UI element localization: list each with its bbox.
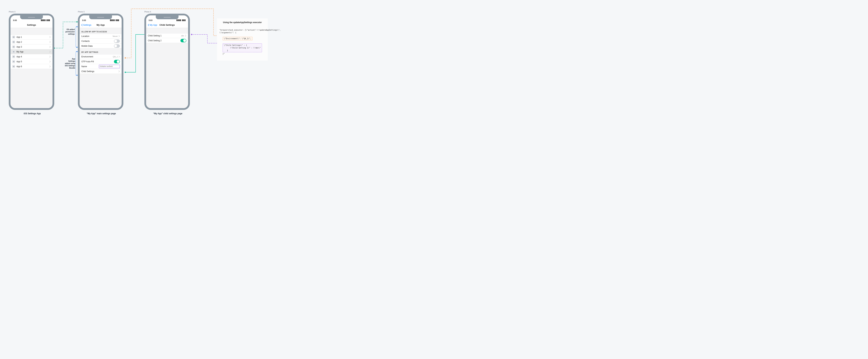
code-tail: }" (219, 53, 225, 55)
clock: 3:03 (82, 19, 86, 21)
svg-point-21 (13, 56, 14, 57)
svg-rect-14 (13, 41, 14, 42)
app-row-2[interactable]: App 2 (10, 39, 53, 44)
svg-point-3 (76, 47, 78, 48)
back-button[interactable]: Settings (81, 24, 91, 26)
code-panel: Using the updateAppSettings executor "br… (217, 19, 268, 61)
chevron-right-icon (119, 56, 120, 58)
caption-phone-1: iOS Settings App (24, 112, 41, 115)
app-icon (12, 60, 15, 63)
svg-point-1 (76, 21, 78, 23)
phone-2-frame: 3:03 ▮▮▮▮ ▮▮▮ Settings My App ALLOW MY A… (78, 14, 123, 110)
app-icon (12, 36, 15, 38)
location-label: Location (82, 35, 113, 37)
status-icons: ▮▮▮▮ ▮▮▮ (177, 19, 186, 21)
childsetting2-row[interactable]: Child Setting 2 (146, 38, 188, 43)
chevron-left-icon (148, 24, 149, 26)
environment-row[interactable]: Environment QA_1 (80, 54, 122, 59)
app-label: App 3 (17, 46, 49, 48)
nav-title: My App (97, 24, 105, 26)
caption-phone-2: “My App” main settings page (87, 112, 116, 115)
chevron-right-icon (119, 70, 120, 72)
signal-icon: ▮▮▮▮ (41, 19, 46, 21)
clock: 3:03 (13, 19, 17, 21)
signal-icon: ▮▮▮▮ (110, 19, 115, 21)
chevron-right-icon (49, 56, 51, 58)
contacts-toggle[interactable] (114, 39, 120, 43)
app-label: App 5 (17, 60, 49, 63)
svg-point-8 (125, 57, 126, 59)
section-app-settings: MY APP SETTINGS (80, 48, 122, 54)
mobiledata-row[interactable]: Mobile Data (80, 43, 122, 48)
chevron-right-icon (49, 46, 51, 48)
app-row-myapp[interactable]: My App (10, 49, 53, 54)
childsetting1-value: abc (181, 35, 184, 37)
code-title: Using the updateAppSettings executor (219, 21, 265, 24)
svg-point-2 (76, 26, 78, 27)
app-icon (12, 41, 15, 43)
otp-label: OTP Auto-Fill (82, 60, 114, 63)
childsetting1-row[interactable]: Child Setting 1 abc (146, 33, 188, 38)
name-row[interactable]: Name (80, 64, 122, 69)
childsettings-label: Child Settings (82, 70, 119, 73)
childsetting2-label: Child Setting 2 (148, 39, 180, 42)
chevron-left-icon (81, 24, 83, 26)
app-row-4[interactable]: App 4 (10, 54, 53, 59)
app-label: My App (17, 51, 49, 53)
svg-point-6 (125, 72, 126, 73)
phone-3-frame: 3:03 ▮▮▮▮ ▮▮▮ My App Child Settings Chil… (144, 14, 190, 110)
svg-rect-12 (13, 37, 14, 38)
location-row[interactable]: Location Never (80, 34, 122, 39)
device-label-1: Phone X (9, 11, 16, 13)
location-value: Never (113, 35, 118, 37)
mobiledata-label: Mobile Data (82, 45, 114, 47)
svg-point-10 (191, 34, 192, 35)
caption-phone-3: “My App” child settings page (153, 112, 182, 115)
section-allow-access: ALLOW MY APP TO ACCESS (80, 28, 122, 34)
back-button[interactable]: My App (148, 24, 157, 26)
code-child-highlight: \"Child Settings\" : { \"Child Setting 1… (223, 43, 262, 52)
name-label: Name (82, 65, 99, 68)
mobiledata-toggle[interactable] (114, 44, 120, 48)
chevron-right-icon (49, 51, 51, 53)
app-icon (12, 65, 15, 68)
app-row-3[interactable]: App 3 (10, 44, 53, 49)
app-icon (12, 45, 15, 48)
back-label: Settings (83, 24, 91, 26)
code-line-1: "browserstack_executor: {\"action\":\"up… (219, 29, 281, 31)
contacts-row[interactable]: Contacts (80, 39, 122, 43)
back-label: My App (150, 24, 157, 26)
nav-title: Settings (27, 24, 36, 26)
app-row-1[interactable]: App 1 (10, 35, 53, 39)
app-label: App 4 (17, 56, 49, 58)
environment-label: Environment (82, 56, 113, 58)
name-input[interactable] (99, 65, 120, 68)
svg-point-25 (13, 66, 14, 66)
environment-value: QA_1 (113, 56, 118, 58)
svg-point-15 (13, 42, 14, 42)
app-row-6[interactable]: App 6 (10, 64, 53, 69)
device-label-3: Phone X (144, 11, 151, 13)
battery-icon: ▮▮▮ (182, 19, 186, 21)
childsetting2-toggle[interactable] (180, 39, 186, 42)
app-row-5[interactable]: App 5 (10, 59, 53, 64)
chevron-right-icon (49, 61, 51, 63)
otp-row[interactable]: OTP Auto-Fill (80, 59, 122, 64)
contacts-label: Contacts (82, 40, 114, 42)
svg-rect-16 (13, 46, 14, 47)
childsettings-row[interactable]: Child Settings (80, 69, 122, 74)
app-label: App 6 (17, 65, 49, 68)
chevron-right-icon (49, 36, 51, 38)
chevron-right-icon (49, 41, 51, 43)
code-line-2: \"arguments\": { (219, 32, 236, 34)
phone-1-frame: 3:03 ▮▮▮▮ ▮▮▮ Settings App 1 App 2 App 3… (9, 14, 54, 110)
otp-toggle[interactable] (114, 60, 120, 63)
svg-point-13 (13, 37, 14, 37)
nav-title: Child Settings (159, 24, 175, 26)
battery-icon: ▮▮▮ (46, 19, 50, 21)
app-icon (12, 51, 15, 53)
svg-point-23 (13, 61, 14, 62)
device-label-2: Phone X (78, 11, 85, 13)
svg-point-17 (13, 46, 14, 47)
chevron-right-icon (185, 35, 186, 37)
